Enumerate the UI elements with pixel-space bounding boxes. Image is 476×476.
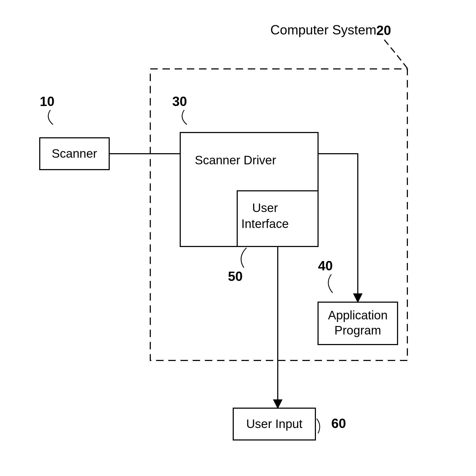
ref-system: 20	[376, 23, 391, 38]
scanner-label: Scanner	[52, 147, 97, 160]
user-interface-block: User Interface	[237, 191, 318, 246]
system-title: Computer System	[270, 23, 376, 37]
ref-app: 40	[318, 258, 333, 273]
ref-scanner: 10	[40, 94, 55, 109]
tag-input	[317, 419, 320, 433]
application-program-block: Application Program	[318, 302, 398, 345]
link-driver-app	[318, 154, 358, 302]
ref-input: 60	[331, 416, 346, 431]
app-label-line2: Program	[334, 323, 381, 337]
user-input-block: User Input	[233, 408, 315, 440]
tag-scanner	[48, 110, 53, 125]
user-input-label: User Input	[246, 417, 302, 431]
tag-driver	[182, 110, 187, 125]
app-label-line1: Application	[328, 308, 387, 322]
tag-app	[328, 274, 333, 293]
leader-system	[384, 40, 407, 68]
scanner-block: Scanner	[40, 138, 109, 170]
tag-ui	[241, 248, 246, 268]
ref-ui: 50	[228, 269, 243, 284]
ui-label-line2: Interface	[241, 217, 289, 231]
scanner-driver-label: Scanner Driver	[195, 153, 276, 167]
ui-label-line1: User	[252, 201, 278, 215]
ref-driver: 30	[172, 94, 187, 109]
